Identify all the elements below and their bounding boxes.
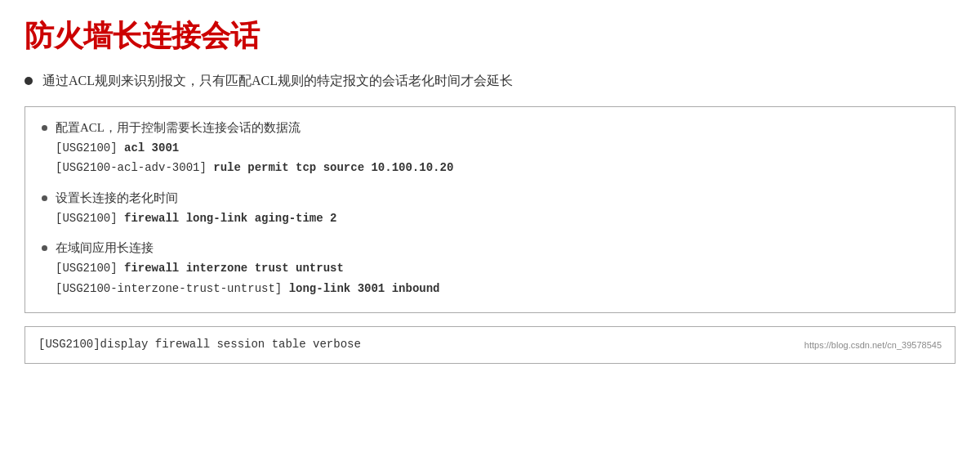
box-item-content-3: 在域间应用长连接 [USG2100] firewall interzone tr… [56,240,938,299]
box-bullet-icon-1 [42,125,47,131]
page-title: 防火墙长连接会话 [24,16,956,56]
prompt-3-1: [USG2100] [56,262,124,275]
cmd-3-1: firewall interzone trust untrust [124,262,344,275]
cmd-1-2: rule permit tcp source 10.100.10.20 [213,161,453,174]
code-line-3-1: [USG2100] firewall interzone trust untru… [56,259,938,277]
box-item-content-1: 配置ACL，用于控制需要长连接会话的数据流 [USG2100] acl 3001… [56,120,938,179]
item-desc-2: 设置长连接的老化时间 [56,190,938,206]
box-item-1: 配置ACL，用于控制需要长连接会话的数据流 [USG2100] acl 3001… [42,120,938,179]
watermark-text: https://blog.csdn.net/cn_39578545 [804,340,942,350]
code-line-1-1: [USG2100] acl 3001 [56,139,938,157]
top-bullet-text: 通过ACL规则来识别报文，只有匹配ACL规则的特定报文的会话老化时间才会延长 [42,73,513,90]
box-bullet-icon-3 [42,245,47,251]
cmd-3-2: long-link 3001 inbound [289,282,440,295]
box-item-2: 设置长连接的老化时间 [USG2100] firewall long-link … [42,190,938,229]
prompt-1-1: [USG2100] [56,141,124,155]
code-line-3-2: [USG2100-interzone-trust-untrust] long-l… [56,280,938,298]
main-content-box: 配置ACL，用于控制需要长连接会话的数据流 [USG2100] acl 3001… [24,106,956,313]
bottom-code-line: [USG2100]display firewall session table … [38,335,361,353]
box-item-content-2: 设置长连接的老化时间 [USG2100] firewall long-link … [56,190,938,229]
item-desc-3: 在域间应用长连接 [56,240,938,256]
box-bullet-icon-2 [42,195,47,201]
bottom-code-box: [USG2100]display firewall session table … [24,326,956,364]
prompt-2-1: [USG2100] [56,212,124,225]
code-line-2-1: [USG2100] firewall long-link aging-time … [56,209,938,227]
top-bullet-item: 通过ACL规则来识别报文，只有匹配ACL规则的特定报文的会话老化时间才会延长 [24,73,956,90]
prompt-3-2: [USG2100-interzone-trust-untrust] [56,282,289,295]
prompt-1-2: [USG2100-acl-adv-3001] [56,161,213,174]
code-line-1-2: [USG2100-acl-adv-3001] rule permit tcp s… [56,159,938,177]
item-desc-1: 配置ACL，用于控制需要长连接会话的数据流 [56,120,938,136]
bullet-dot-icon [24,77,33,85]
box-item-3: 在域间应用长连接 [USG2100] firewall interzone tr… [42,240,938,299]
cmd-1-1: acl 3001 [124,141,179,155]
cmd-2-1: firewall long-link aging-time 2 [124,212,336,225]
